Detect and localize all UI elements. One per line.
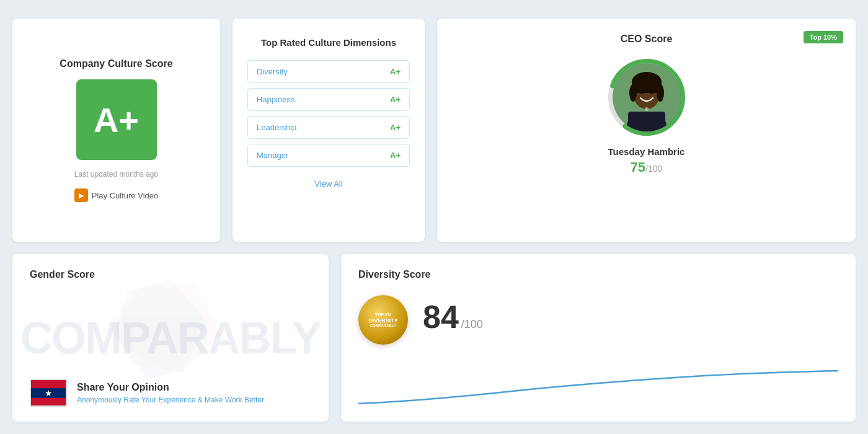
dimension-grade-diversity: A+ xyxy=(390,67,401,76)
dimension-row-happiness[interactable]: Happiness A+ xyxy=(247,88,410,111)
gender-score-title: Gender Score xyxy=(30,269,311,280)
grade-box: A+ xyxy=(76,79,157,160)
ceo-score-line: 75/100 xyxy=(631,159,663,175)
dimension-row-manager[interactable]: Manager A+ xyxy=(247,144,410,167)
diversity-score-num: 84 xyxy=(423,298,459,335)
svg-point-7 xyxy=(657,84,664,102)
flag-star: ★ xyxy=(45,388,53,398)
share-opinion-sub: Anonymously Rate Your Experience & Make … xyxy=(77,396,264,404)
diversity-top: Diversity Score xyxy=(358,269,838,280)
ceo-top-badge: Top 10% xyxy=(804,31,843,43)
dimension-row-diversity[interactable]: Diversity A+ xyxy=(247,60,410,83)
dimension-name-diversity: Diversity xyxy=(257,67,288,76)
ceo-score-title: CEO Score xyxy=(621,33,673,45)
flag-middle: ★ xyxy=(31,388,66,398)
diversity-badge: TOP 5% DIVERSITY COMPARABLY xyxy=(358,295,408,345)
top-row: Company Culture Score A+ Last updated mo… xyxy=(12,19,856,242)
top-rated-card: Top Rated Culture Dimensions Diversity A… xyxy=(232,19,425,242)
play-button-label: Play Culture Video xyxy=(92,191,158,200)
share-opinion-title: Share Your Opinion xyxy=(77,382,264,393)
badge-top-text: TOP 5% xyxy=(375,312,391,317)
dimension-name-happiness: Happiness xyxy=(257,95,294,104)
ceo-score-max: /100 xyxy=(645,164,662,174)
dimension-grade-manager: A+ xyxy=(390,151,401,160)
top-rated-title: Top Rated Culture Dimensions xyxy=(247,37,410,48)
comparably-watermark: COMPARABLY xyxy=(20,312,321,363)
diversity-score-card: Diversity Score TOP 5% DIVERSITY COMPARA… xyxy=(341,254,856,422)
diversity-score-denom: /100 xyxy=(461,318,483,331)
ceo-avatar-wrapper xyxy=(606,57,687,138)
dimension-name-leadership: Leadership xyxy=(257,123,296,132)
ceo-name: Tuesday Hambric xyxy=(608,146,685,157)
svg-rect-12 xyxy=(628,112,665,131)
flag-icon: ★ xyxy=(30,379,67,407)
svg-point-9 xyxy=(650,90,653,94)
svg-point-6 xyxy=(629,84,637,102)
updated-text: Last updated months ago xyxy=(74,170,158,179)
play-culture-video-button[interactable]: ▶ Play Culture Video xyxy=(74,188,158,202)
diversity-chart xyxy=(358,363,838,407)
svg-point-8 xyxy=(640,90,644,94)
diversity-score-block: 84 /100 xyxy=(423,298,483,335)
ceo-avatar xyxy=(613,63,681,131)
dimension-grade-leadership: A+ xyxy=(390,123,401,132)
dimension-row-leadership[interactable]: Leadership A+ xyxy=(247,116,410,139)
share-opinion-section: ★ Share Your Opinion Anonymously Rate Yo… xyxy=(30,366,311,407)
dimension-name-manager: Manager xyxy=(257,151,288,160)
svg-marker-13 xyxy=(115,279,208,378)
view-all-link[interactable]: View All xyxy=(247,179,410,188)
share-text-block: Share Your Opinion Anonymously Rate Your… xyxy=(77,382,264,404)
grade-value: A+ xyxy=(94,100,139,140)
badge-circle: TOP 5% DIVERSITY COMPARABLY xyxy=(358,295,408,345)
bottom-row: Gender Score COMPARABLY ★ xyxy=(12,254,856,422)
ceo-score-card: CEO Score Top 10% xyxy=(437,19,856,242)
page-wrapper: Company Culture Score A+ Last updated mo… xyxy=(0,0,868,434)
svg-marker-15 xyxy=(121,291,208,372)
ceo-avatar-svg xyxy=(613,63,681,131)
gender-score-card: Gender Score COMPARABLY ★ xyxy=(12,254,329,422)
diversity-score-title: Diversity Score xyxy=(358,269,431,280)
flag-bottom xyxy=(31,398,66,406)
svg-marker-14 xyxy=(108,285,220,372)
badge-title-text: DIVERSITY xyxy=(368,317,398,324)
diversity-chart-svg xyxy=(358,363,838,407)
flag-top xyxy=(31,380,66,388)
ceo-score-num: 75 xyxy=(631,159,645,175)
dimension-grade-happiness: A+ xyxy=(390,95,401,104)
play-icon: ▶ xyxy=(74,188,88,202)
culture-score-title: Company Culture Score xyxy=(60,58,172,69)
culture-score-card: Company Culture Score A+ Last updated mo… xyxy=(12,19,220,242)
svg-point-11 xyxy=(645,107,649,111)
badge-brand-text: COMPARABLY xyxy=(370,324,396,327)
